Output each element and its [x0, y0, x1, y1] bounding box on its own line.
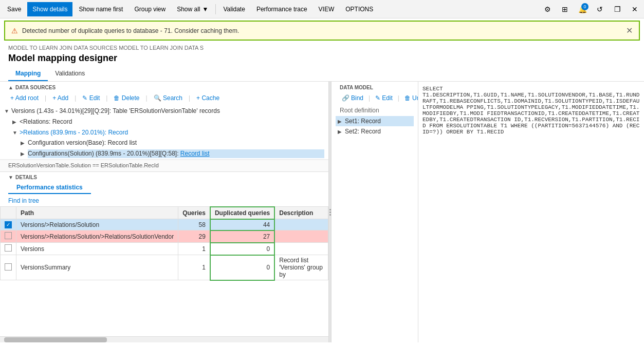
save-button[interactable]: Save [2, 2, 26, 16]
tree-label-versions: Versions (1.43s - 34.01%)[29][Q:29]: Tab… [11, 107, 324, 115]
show-all-button[interactable]: Show all ▼ [172, 2, 213, 16]
col-queries: Queries [178, 207, 210, 219]
path-cell-3: VersionsSummary [16, 255, 178, 280]
dup-queries-cell-2: 0 [210, 243, 274, 255]
warning-message: Detected number of duplicate queries to … [22, 27, 239, 34]
find-in-tree-link[interactable]: Find in tree [0, 195, 328, 206]
checkbox-checked[interactable]: ✓ [5, 221, 12, 228]
settings-icon-btn[interactable]: ⚙ [540, 2, 555, 16]
tree-area: ▼ Versions (1.43s - 34.01%)[29][Q:29]: T… [0, 106, 328, 160]
tree-label-config-base: Configuration version(Base): Record list [28, 139, 324, 147]
tree-chevron-configurations[interactable]: ▶ [21, 150, 28, 158]
details-chevron[interactable]: ▼ [8, 175, 13, 180]
add-button[interactable]: + Add [50, 93, 70, 103]
queries-cell-2: 1 [178, 243, 210, 255]
table-row-1[interactable]: Versions/>Relations/Solution/>Relations/… [1, 230, 328, 243]
chevron-down-icon: ▼ [203, 6, 209, 13]
tree-chevron-relations-rec[interactable]: ▶ [12, 119, 20, 126]
right-panel: DATA MODEL 🔗 Bind | ✎ Edit | 🗑 Unbind | … [331, 82, 418, 342]
dm-item-set1[interactable]: ▶ Set1: Record [336, 116, 414, 126]
dm-item-set2[interactable]: ▶ Set2: Record [336, 126, 414, 137]
dm-chevron-set1[interactable]: ▶ [338, 119, 345, 124]
edit-icon: ✎ [375, 94, 380, 102]
dm-label-set1: Set1: Record [345, 118, 381, 125]
table-row-3[interactable]: VersionsSummary 1 0 Record list 'Version… [1, 255, 328, 280]
check-cell-0[interactable]: ✓ [1, 219, 16, 230]
data-sources-toolbar: + Add root | + Add | ✎ Edit | 🗑 Delete |… [0, 92, 328, 106]
path-cell-0: Versions/>Relations/Solution [16, 219, 178, 230]
tree-item-config-base[interactable]: ▶ Configuration version(Base): Record li… [4, 138, 324, 148]
ds-sep2: | [75, 94, 76, 102]
path-cell-1: Versions/>Relations/Solution/>Relations/… [16, 230, 178, 243]
tab-validations[interactable]: Validations [48, 67, 92, 81]
restore-icon-btn[interactable]: ❐ [610, 2, 624, 16]
performance-trace-button[interactable]: Performance trace [251, 2, 312, 16]
office-icon-btn[interactable]: ⊞ [558, 2, 572, 16]
ds-sep5: | [189, 94, 190, 102]
bind-button[interactable]: 🔗 Bind [340, 93, 365, 103]
delete-button[interactable]: 🗑 Delete [112, 93, 141, 103]
col-path: Path [16, 207, 178, 219]
desc-cell-2 [274, 243, 328, 255]
breadcrumb: MODEL TO LEARN JOIN DATA SOURCES MODEL T… [0, 43, 644, 52]
data-model-header: DATA MODEL [332, 82, 418, 92]
details-section: ▼ DETAILS Performance statistics Find in… [0, 171, 328, 336]
tree-item-relations[interactable]: ▼ >Relations (839.9ms - 20.01%): Record [4, 127, 324, 138]
table-row-0[interactable]: ✓ Versions/>Relations/Solution 58 44 [1, 219, 328, 230]
horizontal-scrollbar[interactable] [0, 336, 328, 342]
cache-button[interactable]: + Cache [194, 93, 222, 103]
col-description: Description [274, 207, 328, 219]
dm-label-set2: Set2: Record [345, 128, 381, 135]
view-button[interactable]: VIEW [314, 2, 340, 16]
checkbox-empty-2[interactable] [5, 244, 12, 252]
tree-chevron-relations[interactable]: ▼ [12, 129, 20, 137]
tree-item-relations-rec[interactable]: ▶ <Relations: Record [4, 117, 324, 127]
notification-icon-btn[interactable]: 🔔 0 [575, 2, 590, 16]
sql-panel: SELECT T1.DESCRIPTION,T1.GUID,T1.NAME,T1… [418, 82, 644, 342]
sql-content: SELECT T1.DESCRIPTION,T1.GUID,T1.NAME,T1… [422, 86, 639, 135]
add-root-button[interactable]: + Add root [8, 93, 41, 103]
checkbox-empty-3[interactable] [5, 263, 12, 271]
desc-cell-3: Record list 'Versions' group by [274, 255, 328, 280]
unbind-icon: 🗑 [404, 94, 411, 102]
table-row-2[interactable]: Versions 1 0 [1, 243, 328, 255]
dm-chevron-set2[interactable]: ▶ [338, 129, 345, 134]
ds-sep4: | [146, 94, 148, 102]
checkbox-empty-1[interactable] [5, 232, 12, 239]
edit-button[interactable]: ✎ Edit [80, 93, 102, 103]
show-name-first-button[interactable]: Show name first [73, 2, 128, 16]
check-cell-3[interactable] [1, 255, 16, 280]
close-icon-btn[interactable]: ✕ [628, 2, 642, 16]
search-button[interactable]: 🔍 Search [152, 93, 185, 103]
tree-item-configurations[interactable]: ▶ Configurations(Solution) (839.9ms - 20… [4, 148, 324, 159]
tree-label-relations-rec: <Relations: Record [20, 118, 324, 126]
perf-stats-tab: Performance statistics [0, 183, 328, 195]
left-panel: ▲ DATA SOURCES + Add root | + Add | ✎ Ed… [0, 82, 329, 342]
warning-close-button[interactable]: ✕ [626, 26, 633, 35]
data-sources-chevron[interactable]: ▲ [8, 85, 13, 90]
tree-item-versions[interactable]: ▼ Versions (1.43s - 34.01%)[29][Q:29]: T… [4, 106, 324, 117]
dup-queries-cell-1: 27 [210, 230, 274, 243]
check-cell-1[interactable] [1, 230, 16, 243]
refresh-icon-btn[interactable]: ↺ [593, 2, 607, 16]
tree-chevron-versions[interactable]: ▼ [4, 108, 11, 115]
data-model-tree: ▶ Set1: Record ▶ Set2: Record [332, 116, 418, 342]
main-toolbar: Save Show details Show name first Group … [0, 0, 644, 18]
dm-edit-button[interactable]: ✎ Edit [373, 93, 395, 103]
main-area: ▲ DATA SOURCES + Add root | + Add | ✎ Ed… [0, 82, 644, 342]
check-cell-2[interactable] [1, 243, 16, 255]
perf-table-wrapper: Path Queries Duplicated queries Descript… [0, 206, 328, 281]
dup-queries-cell-3: 0 [210, 255, 274, 280]
validate-button[interactable]: Validate [218, 2, 250, 16]
options-button[interactable]: OPTIONS [340, 2, 378, 16]
warning-banner: ⚠ Detected number of duplicate queries t… [4, 21, 640, 41]
perf-stats-label[interactable]: Performance statistics [8, 183, 91, 194]
tab-mapping[interactable]: Mapping [8, 67, 48, 81]
group-view-button[interactable]: Group view [129, 2, 171, 16]
table-header-row: Path Queries Duplicated queries Descript… [1, 207, 328, 219]
dup-queries-cell-0: 44 [210, 219, 274, 230]
show-details-button[interactable]: Show details [27, 2, 72, 16]
desc-cell-1 [274, 230, 328, 243]
tree-chevron-config-base[interactable]: ▶ [21, 140, 28, 147]
ds-sep3: | [106, 94, 107, 102]
